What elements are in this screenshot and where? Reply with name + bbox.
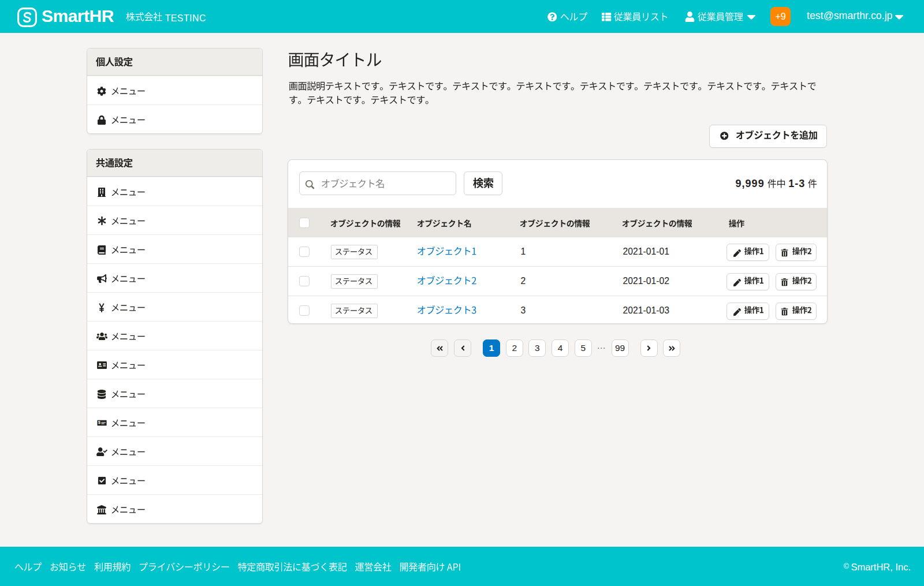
svg-text:$: $ xyxy=(98,421,100,425)
